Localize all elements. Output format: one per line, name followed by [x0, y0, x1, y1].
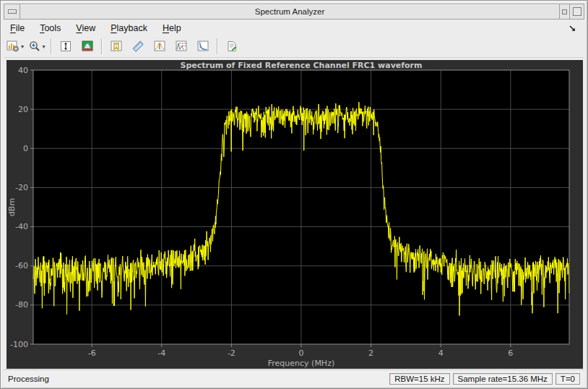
minimize-button[interactable] [559, 4, 569, 19]
peak-finder-icon [154, 40, 165, 52]
maximize-button[interactable] [569, 4, 584, 19]
rbw-field: RBW=15 kHz [389, 373, 449, 385]
spectrum-analyzer-window: Spectrum Analyzer File Tools View Playba… [0, 0, 588, 389]
ccdf-measurements-button[interactable] [193, 37, 213, 56]
toolbar-separator [101, 38, 103, 54]
cursor-measurements-icon [111, 40, 122, 52]
window-menu-button[interactable] [4, 4, 20, 19]
svg-text:-20: -20 [15, 183, 28, 192]
distortion-measurements-icon [176, 40, 187, 52]
fit-to-view-button[interactable] [56, 37, 76, 56]
window-menu-icon [8, 9, 17, 14]
signal-statistics-button[interactable] [128, 37, 148, 56]
spectrum-settings-button[interactable]: ▾ [5, 37, 25, 56]
distortion-measurements-button[interactable] [171, 37, 191, 56]
spectral-mask-button[interactable] [77, 37, 98, 56]
title-bar[interactable]: Spectrum Analyzer [4, 4, 584, 20]
menu-file[interactable]: File [6, 22, 29, 35]
svg-text:-100: -100 [10, 340, 28, 349]
menu-playback[interactable]: Playback [106, 22, 152, 35]
menu-view[interactable]: View [72, 22, 100, 35]
dock-arrow-icon[interactable] [568, 23, 578, 33]
ccdf-measurements-icon [197, 40, 209, 52]
svg-text:-80: -80 [15, 300, 28, 309]
svg-text:-6: -6 [88, 349, 96, 358]
svg-text:-60: -60 [15, 261, 28, 270]
svg-text:-2: -2 [228, 349, 235, 358]
svg-text:dBm: dBm [7, 198, 17, 216]
menu-bar: File Tools View Playback Help [4, 21, 584, 35]
svg-text:-40: -40 [15, 222, 28, 231]
time-field: T=0 [555, 373, 580, 385]
cursor-measurements-button[interactable] [106, 37, 126, 56]
window-title: Spectrum Analyzer [20, 7, 559, 16]
menu-help[interactable]: Help [158, 22, 186, 35]
peak-finder-button[interactable] [150, 37, 170, 56]
fit-to-view-icon [60, 40, 72, 52]
plot-panel: 40200-20-40-60-80-100-6-4-20246Spectrum … [7, 60, 583, 369]
svg-text:Spectrum of Fixed Reference Ch: Spectrum of Fixed Reference Channel FRC1… [180, 61, 422, 70]
toolbar-separator [217, 38, 218, 54]
generate-script-icon [226, 40, 238, 52]
menu-tools[interactable]: Tools [35, 22, 65, 35]
generate-script-button[interactable] [222, 37, 242, 56]
zoom-in-icon [29, 40, 41, 52]
svg-text:Frequency (MHz): Frequency (MHz) [268, 359, 334, 368]
sample-rate-field: Sample rate=15.36 MHz [453, 373, 553, 385]
svg-text:0: 0 [23, 144, 28, 153]
dropdown-arrow-icon[interactable]: ▾ [43, 43, 46, 50]
zoom-button[interactable]: ▾ [27, 37, 47, 56]
svg-text:2: 2 [368, 349, 373, 358]
dropdown-arrow-icon[interactable]: ▾ [21, 43, 24, 50]
svg-text:0: 0 [299, 349, 304, 358]
svg-text:20: 20 [18, 105, 28, 114]
maximize-icon [573, 7, 581, 16]
minimize-icon [562, 9, 567, 14]
spectrum-plot[interactable]: 40200-20-40-60-80-100-6-4-20246Spectrum … [7, 60, 583, 369]
toolbar: ▾ ▾ [4, 35, 584, 58]
toolbar-separator [51, 38, 52, 54]
svg-text:-4: -4 [157, 349, 165, 358]
svg-text:6: 6 [508, 349, 513, 358]
signal-statistics-icon [132, 40, 144, 52]
spectral-mask-icon [82, 40, 93, 52]
status-bar: Processing RBW=15 kHz Sample rate=15.36 … [4, 369, 584, 387]
status-message: Processing [8, 375, 49, 383]
spectrum-settings-icon [7, 40, 20, 52]
svg-text:40: 40 [18, 66, 28, 75]
svg-text:4: 4 [438, 349, 444, 358]
